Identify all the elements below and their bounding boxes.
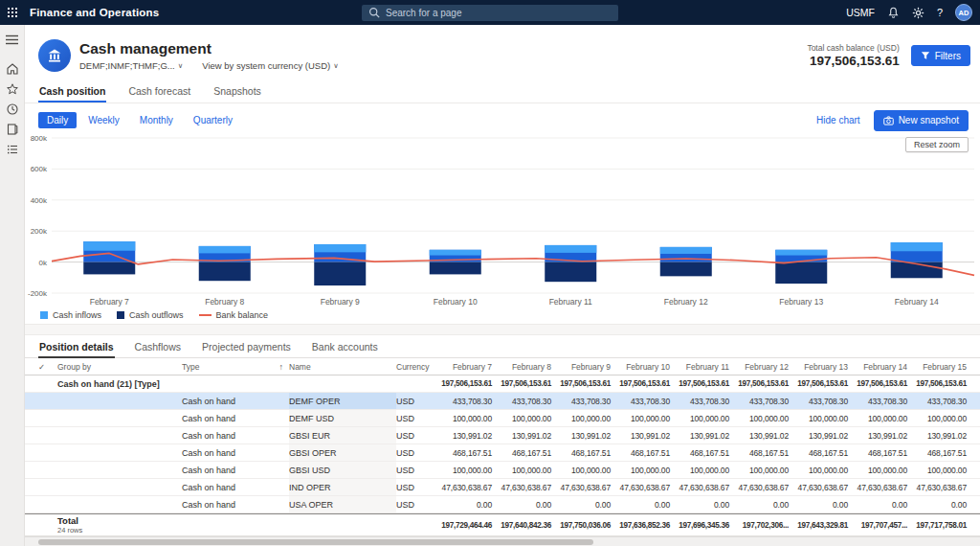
detail-tab-position-details[interactable]: Position details <box>38 341 115 357</box>
svg-text:February 9: February 9 <box>321 297 360 307</box>
nav-favorites-button[interactable] <box>0 79 25 99</box>
row-value-february-11: 0.00 <box>676 500 735 510</box>
frequency-weekly[interactable]: Weekly <box>79 112 128 128</box>
frequency-quarterly[interactable]: Quarterly <box>185 112 241 128</box>
group-value-february-11: 197,506,153.61 <box>676 379 735 388</box>
column-header-february-8[interactable]: February 8 <box>498 362 557 372</box>
favorites-star-icon <box>7 83 18 95</box>
nav-recent-button[interactable] <box>0 99 25 119</box>
nav-workspaces-button[interactable] <box>0 139 25 159</box>
column-header-february-15[interactable]: February 15 <box>913 362 972 372</box>
column-header-february-10[interactable]: February 10 <box>616 362 676 372</box>
horizontal-scrollbar[interactable] <box>25 536 980 546</box>
column-header-name[interactable]: Name <box>289 358 396 375</box>
row-value-february-13: 100,000.00 <box>794 414 854 423</box>
grid-row-demf-oper[interactable]: Cash on handDEMF OPERUSD433,708.30433,70… <box>25 393 980 410</box>
frequency-daily[interactable]: Daily <box>38 112 77 128</box>
recent-clock-icon <box>7 103 18 115</box>
search-placeholder: Search for a page <box>386 8 462 18</box>
row-name: IND OPER <box>289 479 396 495</box>
app-launcher-icon[interactable] <box>0 0 25 25</box>
legend-item-cash-inflows: Cash inflows <box>40 310 101 320</box>
legend-item-bank-balance: Bank balance <box>199 310 269 320</box>
search-icon <box>368 7 381 19</box>
row-value-february-9: 100,000.00 <box>557 466 616 475</box>
row-value-february-7: 100,000.00 <box>438 414 498 423</box>
filters-button[interactable]: Filters <box>911 45 970 66</box>
row-value-february-7: 130,991.02 <box>438 431 498 441</box>
total-label: Total <box>57 516 176 526</box>
help-icon[interactable]: ? <box>937 7 943 18</box>
company-scope-dropdown[interactable]: DEMF;INMF;THMF;G... ∨ <box>79 60 183 71</box>
top-app-bar: Finance and Operations Search for a page… <box>0 0 980 25</box>
detail-tab-projected-payments[interactable]: Projected payments <box>201 341 292 357</box>
row-value-february-9: 47,630,638.67 <box>557 483 616 492</box>
detail-tab-cashflows[interactable]: Cashflows <box>134 341 182 357</box>
svg-text:February 7: February 7 <box>90 297 129 307</box>
positions-grid: ✓ Group by Type ↑ Name Currency February… <box>25 358 980 546</box>
row-value-february-14: 130,991.02 <box>854 431 913 441</box>
legend-swatch-cash-outflows <box>117 311 124 319</box>
grid-row-demf-usd[interactable]: Cash on handDEMF USDUSD100,000.00100,000… <box>25 410 980 427</box>
select-all-checkbox[interactable]: ✓ <box>25 362 57 372</box>
column-header-february-9[interactable]: February 9 <box>557 362 616 372</box>
total-cash-balance-value: 197,506,153.61 <box>807 54 899 68</box>
tab-snapshots[interactable]: Snapshots <box>212 85 262 102</box>
detail-tab-bank-accounts[interactable]: Bank accounts <box>311 341 379 357</box>
company-picker[interactable]: USMF <box>846 7 875 18</box>
row-value-february-12: 100,000.00 <box>735 414 794 423</box>
new-snapshot-button[interactable]: New snapshot <box>874 110 969 131</box>
column-header-currency[interactable]: Currency <box>396 362 438 372</box>
hide-chart-link[interactable]: Hide chart <box>816 115 860 125</box>
group-row-label: Cash on hand (21) [Type] <box>57 379 438 389</box>
reset-zoom-button[interactable]: Reset zoom <box>905 137 969 152</box>
topbar-right-cluster: USMF ? AD <box>846 0 972 25</box>
column-header-february-14[interactable]: February 14 <box>854 362 913 372</box>
tab-cash-position[interactable]: Cash position <box>38 85 106 102</box>
row-value-february-7: 0.00 <box>438 500 498 510</box>
modules-book-icon <box>7 124 18 135</box>
row-value-february-15: 100,000.00 <box>913 414 972 423</box>
grid-row-usa-oper[interactable]: Cash on handUSA OPERUSD0.000.000.000.000… <box>25 496 980 513</box>
group-value-february-14: 197,506,153.61 <box>854 379 913 388</box>
svg-text:February 12: February 12 <box>664 297 708 307</box>
grid-row-gbsi-eur[interactable]: Cash on handGBSI EURUSD130,991.02130,991… <box>25 427 980 444</box>
nav-modules-button[interactable] <box>0 119 25 139</box>
row-value-february-14: 47,630,638.67 <box>854 483 913 492</box>
column-header-february-12[interactable]: February 12 <box>735 362 794 372</box>
page-search-box[interactable]: Search for a page <box>362 5 618 21</box>
settings-gear-icon[interactable] <box>912 7 924 19</box>
chart-canvas[interactable]: 800k600k400k200k0k-200kFebruary 7Februar… <box>25 132 980 307</box>
column-header-february-7[interactable]: February 7 <box>438 362 498 372</box>
header-right: Total cash balance (USD) 197,506,153.61 … <box>807 43 970 68</box>
bank-icon <box>47 48 62 63</box>
legend-swatch-bank-balance <box>199 314 212 316</box>
nav-menu-button[interactable] <box>0 30 25 50</box>
row-currency: USD <box>396 397 438 406</box>
row-value-february-12: 433,708.30 <box>735 397 794 406</box>
column-header-type[interactable]: Type ↑ <box>182 362 289 372</box>
row-value-february-7: 100,000.00 <box>438 466 498 475</box>
tab-cash-forecast[interactable]: Cash forecast <box>127 85 191 102</box>
column-header-february-13[interactable]: February 13 <box>794 362 854 372</box>
row-value-february-14: 0.00 <box>854 500 913 510</box>
nav-home-button[interactable] <box>0 58 25 79</box>
grid-group-row[interactable]: Cash on hand (21) [Type]197,506,153.6119… <box>25 375 980 393</box>
grid-row-gbsi-usd[interactable]: Cash on handGBSI USDUSD100,000.00100,000… <box>25 462 980 479</box>
hamburger-menu-icon <box>6 34 18 45</box>
total-name-cell <box>289 514 396 535</box>
grid-row-ind-oper[interactable]: Cash on handIND OPERUSD47,630,638.6747,6… <box>25 479 980 496</box>
legend-label-bank-balance: Bank balance <box>216 310 269 320</box>
grid-row-gbsi-oper[interactable]: Cash on handGBSI OPERUSD468,167.51468,16… <box>25 444 980 462</box>
total-value-february-14: 197,707,457... <box>854 521 913 530</box>
view-by-currency-dropdown[interactable]: View by system currency (USD) ∨ <box>202 60 338 71</box>
scrollbar-thumb[interactable] <box>38 539 593 545</box>
chevron-down-icon: ∨ <box>333 61 339 70</box>
column-header-february-11[interactable]: February 11 <box>676 362 735 372</box>
frequency-monthly[interactable]: Monthly <box>131 112 182 128</box>
notifications-bell-icon[interactable] <box>887 7 900 19</box>
user-avatar[interactable]: AD <box>955 4 972 21</box>
grid-header-row: ✓ Group by Type ↑ Name Currency February… <box>25 358 980 375</box>
row-currency: USD <box>396 448 438 458</box>
column-header-group-by[interactable]: Group by <box>57 362 182 372</box>
